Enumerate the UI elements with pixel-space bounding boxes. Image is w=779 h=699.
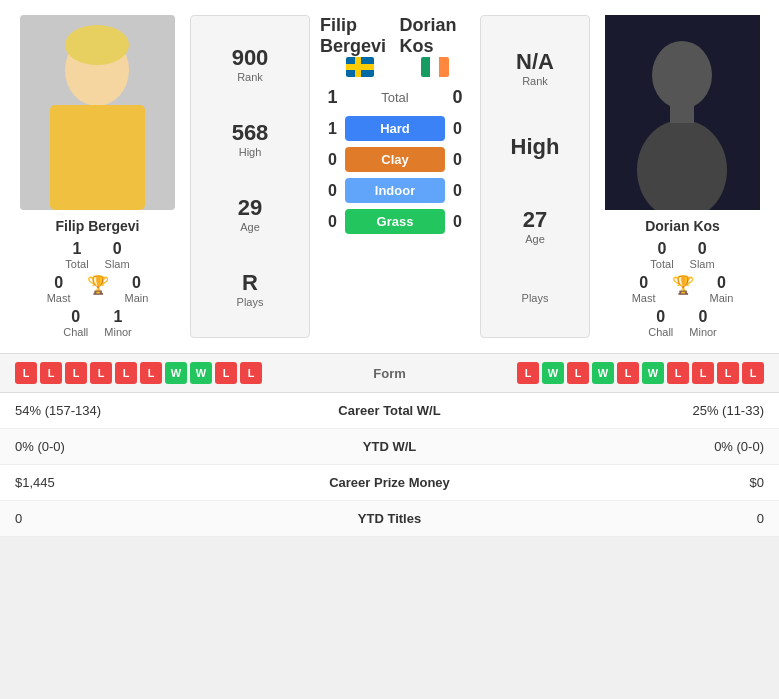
plays-stat: R Plays [237,270,264,308]
player-right-stats-row1: 0 Total 0 Slam [650,240,714,270]
player-right-stats-row2: 0 Mast 🏆 0 Main [632,274,734,304]
stats-right-value: 0 [490,511,765,526]
surface-badge-grass: Grass [345,209,445,234]
player-right-mast: 0 Mast [632,274,656,304]
player-right-photo [605,15,760,210]
player-left-total: 1 Total [65,240,88,270]
player-left-chall: 0 Chall [63,308,88,338]
player-left-stats-row1: 1 Total 0 Slam [65,240,129,270]
svg-rect-2 [50,105,145,210]
form-badge-right: L [617,362,639,384]
form-badge-left: L [65,362,87,384]
svg-point-5 [652,41,712,109]
player-right-slam: 0 Slam [690,240,715,270]
player-left-trophy: 🏆 [87,274,109,304]
form-badge-right: L [717,362,739,384]
form-label: Form [373,366,406,381]
middle-stats-panel: 900 Rank 568 High 29 Age R Plays [190,15,310,338]
form-badge-left: L [40,362,62,384]
surface-badge-indoor: Indoor [345,178,445,203]
form-badge-left: W [165,362,187,384]
stats-center-label: Career Total W/L [290,403,490,418]
stats-table-row: 0YTD Titles0 [0,501,779,537]
total-row: 1 Total 0 [320,87,470,108]
top-section: Filip Bergevi 1 Total 0 Slam 0 M [0,0,779,353]
rank-stat: 900 Rank [232,45,269,83]
right-name-col: Dorian Kos [399,15,470,77]
player-left-stats-row3: 0 Chall 1 Minor [63,308,132,338]
stats-left-value: 0 [15,511,290,526]
surface-badge-clay: Clay [345,147,445,172]
stats-right-value: 0% (0-0) [490,439,765,454]
player-left-stats-row2: 0 Mast 🏆 0 Main [47,274,149,304]
stats-table-row: 0% (0-0)YTD W/L0% (0-0) [0,429,779,465]
stats-right-value: 25% (11-33) [490,403,765,418]
player-left-main: 0 Main [125,274,149,304]
left-name-col: Filip Bergevi [320,15,399,77]
sweden-flag [346,57,374,77]
player-right-name: Dorian Kos [645,218,720,234]
form-badge-left: W [190,362,212,384]
surface-badge-hard: Hard [345,116,445,141]
surface-row-indoor: 0 Indoor 0 [320,178,470,203]
surface-row-hard: 1 Hard 0 [320,116,470,141]
stats-table: 54% (157-134)Career Total W/L25% (11-33)… [0,392,779,537]
player-names-row: Filip Bergevi Dorian Kos [320,15,470,77]
player-left-name: Filip Bergevi [55,218,139,234]
stats-center-label: Career Prize Money [290,475,490,490]
stats-table-row: 54% (157-134)Career Total W/L25% (11-33) [0,393,779,429]
form-badge-left: L [140,362,162,384]
form-badges-left: LLLLLLWWLL [15,362,262,384]
right-rank-stat: N/A Rank [516,49,554,87]
form-badge-left: L [15,362,37,384]
stats-center-label: YTD Titles [290,511,490,526]
high-stat: 568 High [232,120,269,158]
player-right-chall: 0 Chall [648,308,673,338]
player-left-mast: 0 Mast [47,274,71,304]
player-right: Dorian Kos 0 Total 0 Slam 0 Mast [595,15,770,338]
player-left-minor: 1 Minor [104,308,132,338]
ireland-flag [421,57,449,77]
stats-right-value: $0 [490,475,765,490]
form-section: LLLLLLWWLL Form LWLWLWLLLL [0,353,779,392]
right-age-stat: 27 Age [523,207,547,245]
form-badge-right: L [667,362,689,384]
form-badge-right: L [742,362,764,384]
stats-center-label: YTD W/L [290,439,490,454]
form-badge-right: L [567,362,589,384]
surface-row-grass: 0 Grass 0 [320,209,470,234]
right-plays-stat: Plays [522,292,549,304]
right-high-stat: High [511,134,560,160]
svg-point-3 [65,25,129,65]
age-stat: 29 Age [238,195,262,233]
player-right-stats: 0 Total 0 Slam 0 Mast 🏆 [595,240,770,338]
form-badge-left: L [215,362,237,384]
main-container: Filip Bergevi 1 Total 0 Slam 0 M [0,0,779,537]
form-badge-right: W [542,362,564,384]
form-badge-right: L [517,362,539,384]
stats-left-value: $1,445 [15,475,290,490]
surface-row-clay: 0 Clay 0 [320,147,470,172]
player-right-main: 0 Main [710,274,734,304]
stats-left-value: 54% (157-134) [15,403,290,418]
surface-rows: 1 Hard 0 0 Clay 0 0 Indoor 0 [320,116,470,234]
player-right-stats-row3: 0 Chall 0 Minor [648,308,717,338]
form-badge-left: L [240,362,262,384]
player-left: Filip Bergevi 1 Total 0 Slam 0 M [10,15,185,338]
player-right-total: 0 Total [650,240,673,270]
right-stats-panel: N/A Rank High 27 Age Plays [480,15,590,338]
player-left-photo [20,15,175,210]
player-right-minor: 0 Minor [689,308,717,338]
form-badge-right: L [692,362,714,384]
stats-left-value: 0% (0-0) [15,439,290,454]
form-badge-left: L [90,362,112,384]
center-matchup: Filip Bergevi Dorian Kos 1 Total 0 [315,15,475,338]
form-badge-right: W [642,362,664,384]
form-badge-right: W [592,362,614,384]
stats-table-row: $1,445Career Prize Money$0 [0,465,779,501]
form-badge-left: L [115,362,137,384]
player-right-trophy: 🏆 [672,274,694,304]
svg-rect-7 [670,103,694,123]
player-left-stats: 1 Total 0 Slam 0 Mast 🏆 [10,240,185,338]
form-badges-right: LWLWLWLLLL [517,362,764,384]
